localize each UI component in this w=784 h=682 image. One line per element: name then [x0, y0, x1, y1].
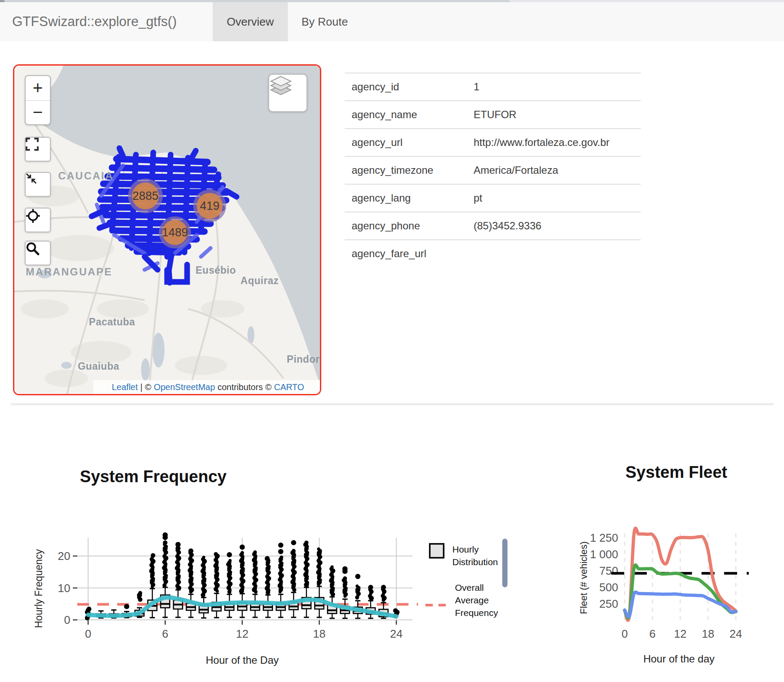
agency-value: ETUFOR [474, 109, 517, 121]
agency-key: agency_fare_url [345, 248, 474, 260]
zoom-control: + − [25, 75, 51, 125]
zoom-out-icon: − [33, 103, 43, 122]
tab-overview[interactable]: Overview [213, 2, 288, 41]
map-label: Pacatuba [89, 316, 135, 328]
legend-label: Hourly [452, 544, 479, 554]
leaflet-link[interactable]: Leaflet [112, 382, 138, 392]
agency-value: pt [474, 192, 482, 204]
fleet-xtick: 12 [674, 627, 687, 640]
fullscreen-button[interactable] [25, 137, 51, 162]
agency-key: agency_id [345, 81, 474, 93]
agency-key: agency_timezone [345, 164, 474, 176]
locate-icon [26, 209, 40, 223]
agency-table: agency_id1agency_nameETUFORagency_urlhtt… [345, 73, 641, 267]
agency-value: America/Fortaleza [474, 164, 558, 176]
system-frequency-chart: System Frequency0102006121824Hourly Freq… [17, 447, 525, 682]
freq-xtick: 24 [390, 627, 403, 640]
legend-label: Overall [455, 583, 484, 593]
legend-scrollbar[interactable] [502, 539, 507, 587]
map-label: CAUCAIA [58, 170, 114, 182]
legend-label: Frequency [455, 608, 498, 618]
freq-xtick: 6 [162, 627, 168, 640]
collapse-button[interactable] [25, 172, 51, 197]
freq-x-axis-label: Hour of the Day [206, 654, 279, 666]
map-label: Guaiuba [78, 361, 119, 372]
layers-icon [269, 75, 293, 96]
agency-row-agency_lang: agency_langpt [345, 184, 641, 212]
map-canvas[interactable]: CAUCAIAMARANGUAPEEusébioAquirazPacatubaG… [14, 66, 321, 395]
map-label: Aquiraz [240, 275, 279, 286]
freq-ytick: 20 [58, 550, 70, 563]
search-button[interactable] [25, 241, 51, 265]
freq-xtick: 12 [236, 627, 249, 640]
freq-ytick: 0 [64, 613, 70, 626]
cluster-count: 1489 [162, 226, 188, 239]
fleet-ytick: 1 000 [590, 548, 618, 561]
cluster-count: 2885 [132, 189, 158, 202]
locate-button[interactable] [25, 208, 51, 232]
agency-value: (85)3452.9336 [474, 220, 541, 232]
agency-row-agency_timezone: agency_timezoneAmerica/Fortaleza [345, 156, 641, 184]
map-label: Eusébio [196, 265, 236, 276]
map-label: MARANGUAPE [26, 266, 112, 278]
freq-ytick: 10 [58, 582, 70, 595]
collapse-icon [26, 173, 37, 184]
fleet-chart-title: System Fleet [626, 463, 728, 481]
agency-value: 1 [474, 81, 479, 93]
frequency-chart-title: System Frequency [80, 467, 227, 486]
freq-xtick: 0 [85, 627, 91, 640]
section-divider [11, 403, 774, 405]
fleet-ytick: 250 [600, 597, 618, 610]
zoom-in-button[interactable]: + [26, 76, 50, 101]
freq-y-axis-label: Hourly Frequency [33, 549, 44, 628]
layers-button[interactable] [268, 74, 307, 112]
legend-label: Average [455, 595, 489, 605]
agency-row-agency_url: agency_urlhttp://www.fortaleza.ce.gov.br [345, 128, 641, 156]
agency-row-agency_id: agency_id1 [345, 73, 641, 100]
agency-value: http://www.fortaleza.ce.gov.br [474, 136, 609, 149]
agency-key: agency_url [345, 136, 474, 149]
fleet-ytick: 1 250 [590, 531, 618, 544]
zoom-out-button[interactable]: − [26, 100, 50, 125]
cluster-count: 419 [200, 199, 219, 212]
fleet-ytick: 500 [600, 581, 618, 594]
agency-row-agency_name: agency_nameETUFOR [345, 100, 641, 128]
fullscreen-icon [26, 138, 39, 151]
header: GTFSwizard::explore_gtfs() Overview By R… [0, 2, 784, 41]
agency-key: agency_lang [345, 192, 474, 204]
attribution-text: contributors © [215, 382, 274, 392]
openstreetmap-link[interactable]: OpenStreetMap [154, 382, 215, 392]
fleet-xtick: 0 [622, 627, 628, 640]
fleet-x-axis-label: Hour of the day [643, 653, 715, 665]
agency-row-agency_phone: agency_phone(85)3452.9336 [345, 212, 641, 239]
tab-by-route[interactable]: By Route [288, 2, 362, 41]
zoom-in-icon: + [33, 78, 43, 98]
agency-row-agency_fare_url: agency_fare_url [345, 239, 641, 267]
fleet-y-axis-label: Fleet (# vehicles) [578, 541, 589, 614]
fleet-xtick: 24 [730, 627, 742, 640]
system-fleet-chart: System Fleet1 2501 00075050025006121824F… [525, 447, 784, 682]
map-label: Pindoretama [287, 354, 321, 365]
fleet-xtick: 6 [649, 627, 656, 640]
attribution-text: | © [138, 382, 154, 392]
leaflet-map[interactable]: CAUCAIAMARANGUAPEEusébioAquirazPacatubaG… [13, 64, 321, 395]
agency-key: agency_phone [345, 220, 474, 232]
map-attribution: Leaflet | © OpenStreetMap contributors ©… [93, 380, 321, 394]
legend-label: Distribution [452, 557, 498, 567]
fleet-ytick: 750 [600, 564, 618, 577]
agency-key: agency_name [345, 109, 474, 121]
fleet-xtick: 18 [702, 627, 715, 640]
carto-link[interactable]: CARTO [274, 382, 304, 392]
legend-box-swatch [430, 544, 444, 558]
search-icon [26, 242, 40, 255]
page-title: GTFSwizard::explore_gtfs() [12, 2, 177, 41]
freq-xtick: 18 [313, 627, 326, 640]
